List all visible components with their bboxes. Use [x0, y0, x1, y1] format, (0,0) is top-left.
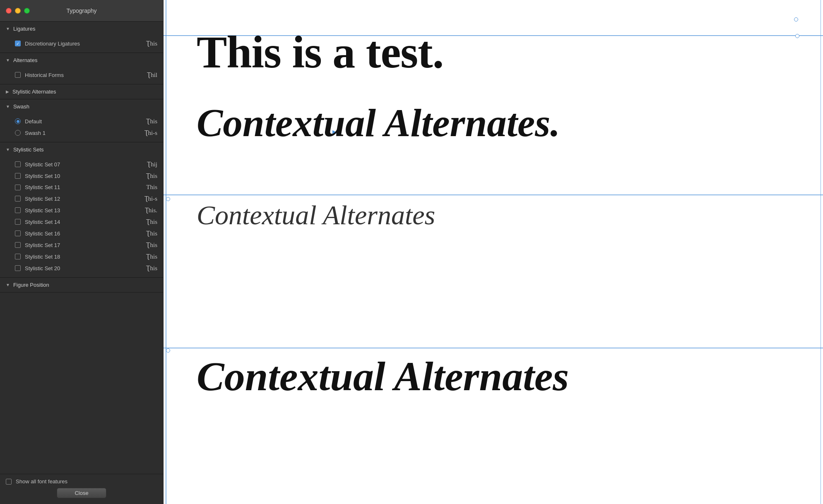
section-label-ligatures: Ligatures [13, 26, 35, 32]
section-body-ligatures: Discretionary Ligatures Ʈhis [0, 36, 163, 53]
section-header-figure-position[interactable]: Figure Position [0, 278, 163, 292]
ss14-label: Stylistic Set 14 [25, 219, 60, 225]
section-header-swash[interactable]: Swash [0, 99, 163, 114]
list-item: Stylistic Set 18 Ʈhis [0, 251, 163, 262]
swash1-radio[interactable] [15, 130, 21, 136]
traffic-lights [6, 8, 30, 14]
window-title: Typography [66, 7, 96, 14]
titlebar: Typography [0, 0, 163, 22]
triangle-swash [6, 104, 10, 109]
ss12-preview: Ʈhi-s [137, 195, 157, 202]
section-body-alternates: Historical Forms Ʈhil [0, 67, 163, 84]
text-block-3[interactable]: Contextual Alternates [197, 199, 435, 231]
close-window-button[interactable] [6, 8, 12, 14]
list-item: Stylistic Set 10 Ʈhis [0, 170, 163, 182]
ss12-checkbox[interactable] [15, 196, 21, 202]
zoom-window-button[interactable] [24, 8, 30, 14]
ss07-label: Stylistic Set 07 [25, 161, 60, 168]
section-label-swash: Swash [13, 103, 29, 110]
ss13-checkbox[interactable] [15, 207, 21, 213]
discretionary-ligatures-checkbox[interactable] [15, 41, 21, 46]
list-item: Stylistic Set 14 Ʈhis [0, 216, 163, 228]
ss18-preview: Ʈhis [137, 253, 157, 260]
triangle-stylistic-sets [6, 147, 10, 152]
list-item: Stylistic Set 20 Ʈhis [0, 262, 163, 274]
list-item: Default Ʈhis [0, 115, 163, 127]
ss16-label: Stylistic Set 16 [25, 230, 60, 237]
discretionary-ligatures-label: Discretionary Ligatures [25, 41, 80, 47]
list-item: Discretionary Ligatures Ʈhis [0, 38, 163, 49]
list-item: Stylistic Set 07 Ʈhij [0, 158, 163, 170]
list-item: Stylistic Set 16 Ʈhis [0, 228, 163, 239]
section-stylistic-alternates: Stylistic Alternates [0, 84, 163, 99]
section-label-stylistic-alternates: Stylistic Alternates [12, 89, 56, 95]
swash1-preview: Ʈhi-s [137, 129, 157, 137]
section-body-swash: Default Ʈhis Swash 1 Ʈhi-s [0, 114, 163, 142]
section-header-ligatures[interactable]: Ligatures [0, 22, 163, 36]
discretionary-ligatures-preview: Ʈhis [137, 40, 157, 47]
triangle-figure-position [6, 283, 10, 287]
historical-forms-label: Historical Forms [25, 72, 64, 78]
text-content-3: Contextual Alternates [197, 200, 435, 230]
list-item: Swash 1 Ʈhi-s [0, 127, 163, 139]
guide-line-left [166, 0, 166, 504]
section-label-alternates: Alternates [13, 57, 38, 63]
historical-forms-checkbox[interactable] [15, 72, 21, 78]
ss18-checkbox[interactable] [15, 254, 21, 259]
canvas-area: ▶ This is a test. Contextual Alternates.… [164, 0, 823, 504]
show-all-row: Show all font features [6, 478, 157, 485]
section-header-stylistic-alternates[interactable]: Stylistic Alternates [0, 84, 163, 99]
section-label-stylistic-sets: Stylistic Sets [13, 146, 44, 153]
section-header-alternates[interactable]: Alternates [0, 53, 163, 67]
ss16-checkbox[interactable] [15, 230, 21, 236]
text-block-4[interactable]: Contextual Alternates [197, 352, 569, 401]
show-all-checkbox[interactable] [6, 479, 12, 485]
swash-default-preview: Ʈhis [137, 118, 157, 125]
close-button[interactable]: Close [57, 488, 106, 498]
ss20-checkbox[interactable] [15, 265, 21, 271]
ss14-checkbox[interactable] [15, 219, 21, 225]
guide-line-bottom [164, 348, 823, 348]
panel-content: Ligatures Discretionary Ligatures Ʈhis A… [0, 22, 163, 474]
show-all-label: Show all font features [16, 478, 67, 485]
section-alternates: Alternates Historical Forms Ʈhil [0, 53, 163, 84]
text-block-1[interactable]: This is a test. [197, 25, 443, 79]
ss12-label: Stylistic Set 12 [25, 196, 60, 202]
list-item: Historical Forms Ʈhil [0, 69, 163, 81]
typography-panel: Typography Ligatures Discretionary Ligat… [0, 0, 164, 504]
handle-bottom-left[interactable] [166, 348, 170, 353]
list-item: Stylistic Set 13 Ʈhis. [0, 204, 163, 216]
list-item: Stylistic Set 17 Ʈhis [0, 239, 163, 251]
list-item: Stylistic Set 12 Ʈhi-s [0, 193, 163, 204]
swash-default-radio[interactable] [15, 118, 21, 124]
ss17-checkbox[interactable] [15, 242, 21, 248]
ss10-checkbox[interactable] [15, 173, 21, 179]
swash1-label: Swash 1 [25, 130, 46, 136]
ss11-label: Stylistic Set 11 [25, 184, 60, 190]
handle-top-right[interactable] [794, 17, 798, 22]
section-figure-position: Figure Position [0, 278, 163, 293]
swash-default-label: Default [25, 118, 42, 125]
panel-footer: Show all font features Close [0, 474, 163, 504]
triangle-ligatures [6, 26, 10, 31]
section-swash: Swash Default Ʈhis Swash 1 Ʈhi-s [0, 99, 163, 142]
section-body-stylistic-sets: Stylistic Set 07 Ʈhij Stylistic Set 10 Ʈ… [0, 157, 163, 277]
ss17-label: Stylistic Set 17 [25, 242, 60, 248]
section-ligatures: Ligatures Discretionary Ligatures Ʈhis [0, 22, 163, 53]
text-content-1: This is a test. [197, 27, 443, 77]
minimize-window-button[interactable] [15, 8, 21, 14]
ss11-checkbox[interactable] [15, 185, 21, 190]
ss20-label: Stylistic Set 20 [25, 265, 60, 271]
handle-left-middle[interactable] [166, 197, 170, 201]
guide-line-middle [164, 194, 823, 195]
ss20-preview: Ʈhis [137, 264, 157, 272]
section-header-stylistic-sets[interactable]: Stylistic Sets [0, 142, 163, 157]
text-block-2[interactable]: Contextual Alternates. [197, 99, 560, 146]
ss14-preview: Ʈhis [137, 218, 157, 226]
triangle-stylistic-alternates [6, 89, 9, 94]
ss11-preview: This [137, 184, 157, 191]
ss17-preview: Ʈhis [137, 241, 157, 249]
handle-top-right-text[interactable] [795, 34, 799, 38]
section-label-figure-position: Figure Position [13, 282, 49, 288]
ss07-checkbox[interactable] [15, 161, 21, 167]
